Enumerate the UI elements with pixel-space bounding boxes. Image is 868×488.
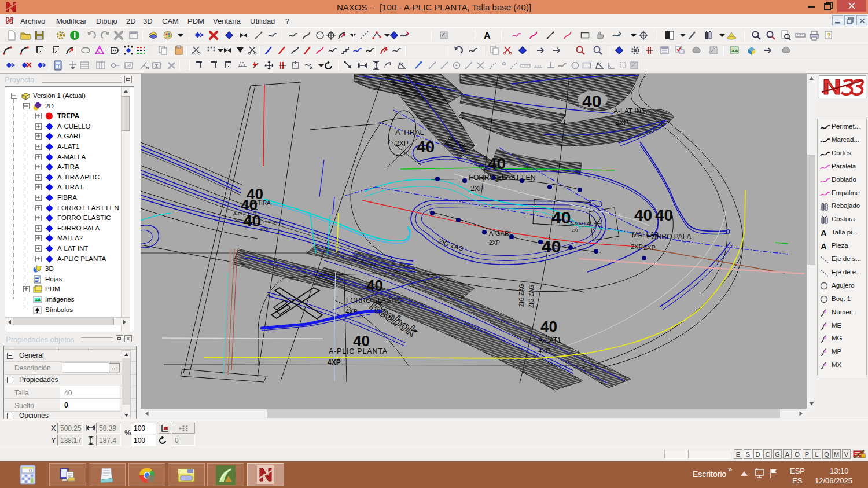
svg-text:A-CUELLO: A-CUELLO bbox=[233, 211, 256, 217]
svg-text:40: 40 bbox=[488, 155, 506, 173]
svg-text:ZIG ZAG: ZIG ZAG bbox=[528, 285, 535, 308]
svg-text:FORRO ELAST LEN: FORRO ELAST LEN bbox=[469, 174, 536, 182]
svg-text:2XP: 2XP bbox=[631, 243, 643, 250]
svg-text:2XP: 2XP bbox=[615, 119, 628, 127]
svg-text:4XP: 4XP bbox=[345, 308, 358, 315]
svg-text:N: N bbox=[146, 65, 149, 71]
svg-text:A-TIRAL: A-TIRAL bbox=[395, 128, 424, 137]
svg-text:40: 40 bbox=[634, 206, 652, 224]
svg-text:?: ? bbox=[827, 32, 831, 39]
svg-text:A-GARI: A-GARI bbox=[489, 230, 511, 237]
svg-text:2XP: 2XP bbox=[395, 140, 409, 148]
svg-text:4XP: 4XP bbox=[538, 347, 550, 354]
svg-text:2XP: 2XP bbox=[643, 244, 656, 251]
svg-text:ZIG ZAG: ZIG ZAG bbox=[518, 284, 525, 307]
svg-text:40: 40 bbox=[540, 318, 557, 335]
svg-text:40: 40 bbox=[417, 138, 435, 156]
svg-text:40: 40 bbox=[366, 277, 383, 294]
svg-text:FORRO PALA: FORRO PALA bbox=[647, 233, 691, 241]
svg-text:A-PLIC PLANTA: A-PLIC PLANTA bbox=[329, 347, 388, 355]
svg-text:A-LAT1: A-LAT1 bbox=[538, 336, 561, 344]
svg-text:0: 0 bbox=[29, 468, 32, 474]
svg-text:40: 40 bbox=[542, 237, 561, 256]
svg-text:A: A bbox=[484, 31, 491, 41]
svg-text:4XP: 4XP bbox=[328, 358, 341, 366]
svg-text:A-TIRA: A-TIRA bbox=[252, 200, 271, 206]
svg-text:2XP: 2XP bbox=[470, 185, 484, 193]
svg-text:A-MALLA: A-MALLA bbox=[570, 221, 590, 226]
svg-text:2XP: 2XP bbox=[572, 228, 580, 232]
svg-text:FORRO ELASTIC: FORRO ELASTIC bbox=[346, 296, 402, 304]
svg-text:40: 40 bbox=[655, 206, 673, 224]
svg-text:40: 40 bbox=[582, 91, 601, 111]
svg-text:2XP: 2XP bbox=[234, 219, 242, 223]
svg-text:2XP: 2XP bbox=[260, 228, 269, 232]
svg-text:2XP: 2XP bbox=[489, 240, 500, 246]
svg-text:A-LAT INT: A-LAT INT bbox=[613, 107, 646, 115]
svg-text:FIBRA: FIBRA bbox=[263, 219, 277, 225]
svg-text:40: 40 bbox=[551, 208, 571, 227]
